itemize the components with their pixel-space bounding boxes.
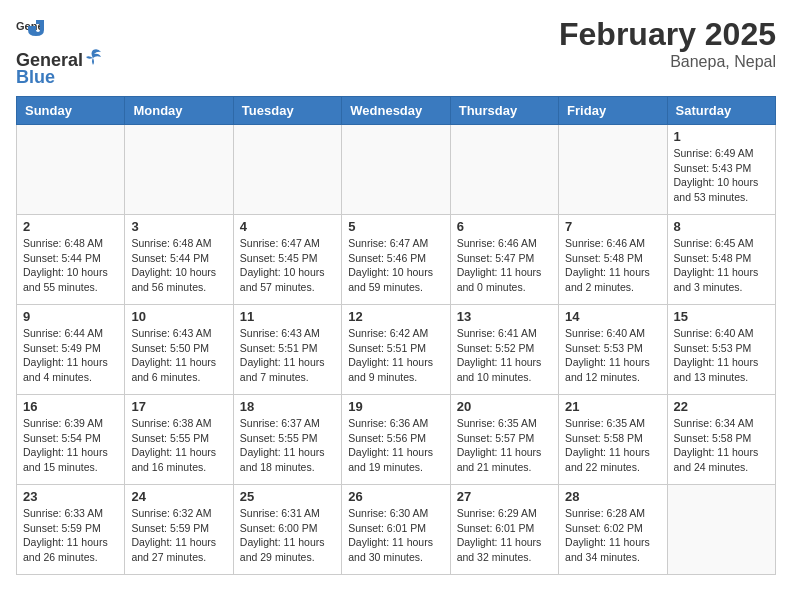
weekday-header: Thursday <box>450 97 558 125</box>
day-number: 2 <box>23 219 118 234</box>
day-info: Sunrise: 6:43 AM Sunset: 5:50 PM Dayligh… <box>131 326 226 385</box>
day-number: 17 <box>131 399 226 414</box>
weekday-header: Saturday <box>667 97 775 125</box>
day-number: 26 <box>348 489 443 504</box>
day-info: Sunrise: 6:47 AM Sunset: 5:45 PM Dayligh… <box>240 236 335 295</box>
day-info: Sunrise: 6:45 AM Sunset: 5:48 PM Dayligh… <box>674 236 769 295</box>
logo: General General Blue <box>16 16 103 88</box>
day-number: 6 <box>457 219 552 234</box>
weekday-header: Wednesday <box>342 97 450 125</box>
calendar-day-cell <box>342 125 450 215</box>
calendar-day-cell: 27Sunrise: 6:29 AM Sunset: 6:01 PM Dayli… <box>450 485 558 575</box>
day-info: Sunrise: 6:37 AM Sunset: 5:55 PM Dayligh… <box>240 416 335 475</box>
calendar-day-cell: 15Sunrise: 6:40 AM Sunset: 5:53 PM Dayli… <box>667 305 775 395</box>
logo-bird-icon <box>84 48 102 66</box>
calendar-day-cell <box>233 125 341 215</box>
day-info: Sunrise: 6:41 AM Sunset: 5:52 PM Dayligh… <box>457 326 552 385</box>
day-number: 18 <box>240 399 335 414</box>
calendar-day-cell: 4Sunrise: 6:47 AM Sunset: 5:45 PM Daylig… <box>233 215 341 305</box>
location-subtitle: Banepa, Nepal <box>559 53 776 71</box>
day-number: 4 <box>240 219 335 234</box>
day-info: Sunrise: 6:42 AM Sunset: 5:51 PM Dayligh… <box>348 326 443 385</box>
calendar-day-cell: 25Sunrise: 6:31 AM Sunset: 6:00 PM Dayli… <box>233 485 341 575</box>
day-number: 24 <box>131 489 226 504</box>
day-number: 13 <box>457 309 552 324</box>
day-info: Sunrise: 6:48 AM Sunset: 5:44 PM Dayligh… <box>131 236 226 295</box>
calendar-day-cell: 22Sunrise: 6:34 AM Sunset: 5:58 PM Dayli… <box>667 395 775 485</box>
calendar-day-cell: 13Sunrise: 6:41 AM Sunset: 5:52 PM Dayli… <box>450 305 558 395</box>
day-info: Sunrise: 6:47 AM Sunset: 5:46 PM Dayligh… <box>348 236 443 295</box>
calendar-day-cell: 20Sunrise: 6:35 AM Sunset: 5:57 PM Dayli… <box>450 395 558 485</box>
calendar-day-cell <box>559 125 667 215</box>
day-info: Sunrise: 6:44 AM Sunset: 5:49 PM Dayligh… <box>23 326 118 385</box>
day-number: 12 <box>348 309 443 324</box>
calendar-day-cell: 8Sunrise: 6:45 AM Sunset: 5:48 PM Daylig… <box>667 215 775 305</box>
calendar-day-cell: 21Sunrise: 6:35 AM Sunset: 5:58 PM Dayli… <box>559 395 667 485</box>
day-info: Sunrise: 6:38 AM Sunset: 5:55 PM Dayligh… <box>131 416 226 475</box>
day-info: Sunrise: 6:43 AM Sunset: 5:51 PM Dayligh… <box>240 326 335 385</box>
logo-icon: General <box>16 16 44 44</box>
calendar-week-row: 23Sunrise: 6:33 AM Sunset: 5:59 PM Dayli… <box>17 485 776 575</box>
day-number: 1 <box>674 129 769 144</box>
calendar-day-cell: 24Sunrise: 6:32 AM Sunset: 5:59 PM Dayli… <box>125 485 233 575</box>
calendar-day-cell: 7Sunrise: 6:46 AM Sunset: 5:48 PM Daylig… <box>559 215 667 305</box>
day-info: Sunrise: 6:46 AM Sunset: 5:47 PM Dayligh… <box>457 236 552 295</box>
day-number: 23 <box>23 489 118 504</box>
day-number: 8 <box>674 219 769 234</box>
calendar-day-cell: 9Sunrise: 6:44 AM Sunset: 5:49 PM Daylig… <box>17 305 125 395</box>
day-number: 25 <box>240 489 335 504</box>
calendar-week-row: 9Sunrise: 6:44 AM Sunset: 5:49 PM Daylig… <box>17 305 776 395</box>
calendar-day-cell: 3Sunrise: 6:48 AM Sunset: 5:44 PM Daylig… <box>125 215 233 305</box>
title-area: February 2025 Banepa, Nepal <box>559 16 776 71</box>
day-info: Sunrise: 6:36 AM Sunset: 5:56 PM Dayligh… <box>348 416 443 475</box>
weekday-header: Tuesday <box>233 97 341 125</box>
day-info: Sunrise: 6:35 AM Sunset: 5:57 PM Dayligh… <box>457 416 552 475</box>
calendar-day-cell: 23Sunrise: 6:33 AM Sunset: 5:59 PM Dayli… <box>17 485 125 575</box>
calendar-day-cell: 5Sunrise: 6:47 AM Sunset: 5:46 PM Daylig… <box>342 215 450 305</box>
calendar-day-cell <box>17 125 125 215</box>
day-number: 22 <box>674 399 769 414</box>
calendar-day-cell <box>125 125 233 215</box>
calendar-week-row: 2Sunrise: 6:48 AM Sunset: 5:44 PM Daylig… <box>17 215 776 305</box>
calendar-day-cell: 10Sunrise: 6:43 AM Sunset: 5:50 PM Dayli… <box>125 305 233 395</box>
day-number: 7 <box>565 219 660 234</box>
weekday-header: Sunday <box>17 97 125 125</box>
day-info: Sunrise: 6:46 AM Sunset: 5:48 PM Dayligh… <box>565 236 660 295</box>
month-title: February 2025 <box>559 16 776 53</box>
calendar-day-cell <box>450 125 558 215</box>
day-number: 9 <box>23 309 118 324</box>
day-number: 5 <box>348 219 443 234</box>
calendar-day-cell: 1Sunrise: 6:49 AM Sunset: 5:43 PM Daylig… <box>667 125 775 215</box>
header: General General Blue February 2025 Banep… <box>16 16 776 88</box>
calendar-day-cell: 2Sunrise: 6:48 AM Sunset: 5:44 PM Daylig… <box>17 215 125 305</box>
calendar-table: SundayMondayTuesdayWednesdayThursdayFrid… <box>16 96 776 575</box>
calendar-day-cell: 18Sunrise: 6:37 AM Sunset: 5:55 PM Dayli… <box>233 395 341 485</box>
day-info: Sunrise: 6:28 AM Sunset: 6:02 PM Dayligh… <box>565 506 660 565</box>
day-info: Sunrise: 6:29 AM Sunset: 6:01 PM Dayligh… <box>457 506 552 565</box>
day-number: 11 <box>240 309 335 324</box>
day-number: 20 <box>457 399 552 414</box>
day-number: 3 <box>131 219 226 234</box>
day-info: Sunrise: 6:35 AM Sunset: 5:58 PM Dayligh… <box>565 416 660 475</box>
weekday-header: Friday <box>559 97 667 125</box>
calendar-week-row: 1Sunrise: 6:49 AM Sunset: 5:43 PM Daylig… <box>17 125 776 215</box>
calendar-day-cell: 19Sunrise: 6:36 AM Sunset: 5:56 PM Dayli… <box>342 395 450 485</box>
calendar-day-cell: 28Sunrise: 6:28 AM Sunset: 6:02 PM Dayli… <box>559 485 667 575</box>
day-number: 16 <box>23 399 118 414</box>
day-info: Sunrise: 6:39 AM Sunset: 5:54 PM Dayligh… <box>23 416 118 475</box>
day-info: Sunrise: 6:31 AM Sunset: 6:00 PM Dayligh… <box>240 506 335 565</box>
calendar-day-cell: 14Sunrise: 6:40 AM Sunset: 5:53 PM Dayli… <box>559 305 667 395</box>
day-info: Sunrise: 6:48 AM Sunset: 5:44 PM Dayligh… <box>23 236 118 295</box>
day-number: 10 <box>131 309 226 324</box>
calendar-day-cell: 16Sunrise: 6:39 AM Sunset: 5:54 PM Dayli… <box>17 395 125 485</box>
day-info: Sunrise: 6:49 AM Sunset: 5:43 PM Dayligh… <box>674 146 769 205</box>
calendar-day-cell: 26Sunrise: 6:30 AM Sunset: 6:01 PM Dayli… <box>342 485 450 575</box>
day-number: 28 <box>565 489 660 504</box>
day-info: Sunrise: 6:33 AM Sunset: 5:59 PM Dayligh… <box>23 506 118 565</box>
day-info: Sunrise: 6:34 AM Sunset: 5:58 PM Dayligh… <box>674 416 769 475</box>
calendar-week-row: 16Sunrise: 6:39 AM Sunset: 5:54 PM Dayli… <box>17 395 776 485</box>
calendar-header-row: SundayMondayTuesdayWednesdayThursdayFrid… <box>17 97 776 125</box>
day-number: 19 <box>348 399 443 414</box>
calendar-day-cell: 6Sunrise: 6:46 AM Sunset: 5:47 PM Daylig… <box>450 215 558 305</box>
day-info: Sunrise: 6:32 AM Sunset: 5:59 PM Dayligh… <box>131 506 226 565</box>
